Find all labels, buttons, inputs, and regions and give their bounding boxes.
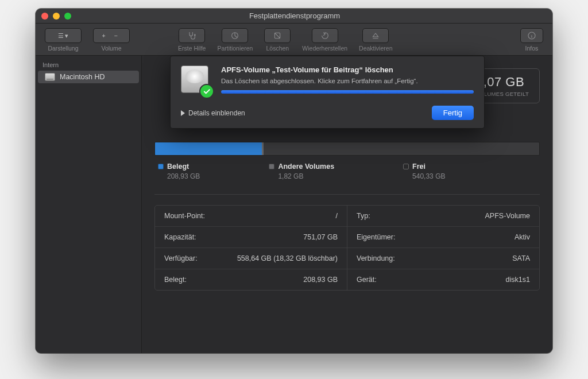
info-row: Verfügbar:558,64 GB (18,32 GB löschbar) <box>155 248 347 269</box>
info-row: Gerät:disk1s1 <box>347 269 539 290</box>
details-disclosure[interactable]: Details einblenden <box>181 109 245 117</box>
info-row: Typ:APFS-Volume <box>347 206 539 227</box>
restore-icon <box>320 31 330 40</box>
info-row: Kapazität:751,07 GB <box>155 227 347 248</box>
erase-icon <box>273 31 282 40</box>
titlebar: Festplattendienstprogramm <box>36 9 552 24</box>
toolbar-erase-button[interactable]: Löschen <box>260 27 295 52</box>
info-row: Verbindung:SATA <box>347 248 539 269</box>
progress-bar <box>221 90 474 94</box>
info-table: Mount-Point:/ Kapazität:751,07 GB Verfüg… <box>154 205 540 291</box>
sidebar-section-internal: Intern <box>36 58 141 71</box>
usage-legend: Belegt 208,93 GB Andere Volumes 1,82 GB … <box>154 163 540 180</box>
erase-complete-dialog: APFS-Volume „Test-Volume für Beitrag“ lö… <box>170 56 485 129</box>
legend-used: Belegt 208,93 GB <box>158 163 200 180</box>
info-column-left: Mount-Point:/ Kapazität:751,07 GB Verfüg… <box>155 206 347 290</box>
info-column-right: Typ:APFS-Volume Eigentümer:Aktiv Verbind… <box>347 206 539 290</box>
swatch-hollow-icon <box>403 164 409 169</box>
sidebar-item-macintosh-hd[interactable]: Macintosh HD <box>38 71 139 83</box>
dialog-message: Das Löschen ist abgeschlossen. Klicke zu… <box>221 78 474 84</box>
plus-minus-icon: + − <box>102 32 121 39</box>
done-button[interactable]: Fertig <box>432 106 474 120</box>
app-window: Festplattendienstprogramm ☰ ▾ Darstellun… <box>36 9 552 353</box>
legend-other: Andere Volumes 1,82 GB <box>269 163 334 180</box>
disclosure-triangle-icon <box>181 110 185 116</box>
toolbar: ☰ ▾ Darstellung + − Volume Erste Hilfe P… <box>36 24 552 56</box>
stethoscope-icon <box>187 31 196 40</box>
toolbar-unmount-button[interactable]: Deaktivieren <box>354 27 397 52</box>
usage-bar <box>154 142 540 156</box>
legend-free: Frei 540,33 GB <box>403 163 445 180</box>
toolbar-restore-button[interactable]: Wiederherstellen <box>297 27 352 52</box>
sidebar-icon: ☰ ▾ <box>58 32 69 39</box>
progress-fill <box>221 90 474 94</box>
info-icon <box>527 31 536 40</box>
usage-segment-other <box>262 142 264 155</box>
toolbar-info-button[interactable]: Infos <box>516 27 548 52</box>
usage-segment-used <box>155 142 262 155</box>
checkmark-badge-icon <box>199 84 214 99</box>
toolbar-first-aid-button[interactable]: Erste Hilfe <box>173 27 210 52</box>
divider <box>154 194 540 195</box>
dialog-drive-icon <box>181 65 213 98</box>
toolbar-volume-buttons[interactable]: + − Volume <box>88 27 134 52</box>
swatch-grey-icon <box>269 164 274 169</box>
svg-point-0 <box>195 34 196 36</box>
toolbar-partition-button[interactable]: Partitionieren <box>212 27 257 52</box>
sidebar: Intern Macintosh HD <box>36 56 142 353</box>
eject-icon <box>371 31 380 40</box>
toolbar-view-button[interactable]: ☰ ▾ Darstellung <box>40 27 86 52</box>
dialog-title: APFS-Volume „Test-Volume für Beitrag“ lö… <box>221 65 474 74</box>
sidebar-item-label: Macintosh HD <box>60 73 105 81</box>
pie-icon <box>230 31 239 40</box>
window-title: Festplattendienstprogramm <box>42 11 547 20</box>
info-row: Belegt:208,93 GB <box>155 269 347 290</box>
swatch-blue-icon <box>158 164 164 169</box>
disk-icon <box>45 73 55 81</box>
info-row: Mount-Point:/ <box>155 206 347 227</box>
info-row: Eigentümer:Aktiv <box>347 227 539 248</box>
